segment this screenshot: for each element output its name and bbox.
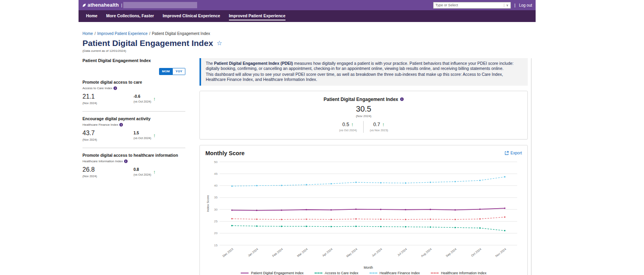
svg-text:Sep 2024: Sep 2024 — [445, 247, 457, 258]
scrollbar[interactable] — [531, 58, 532, 275]
data-point — [281, 218, 282, 220]
nav-item-label: Home — [86, 12, 97, 20]
legend-access-to-care-index[interactable]: Access to Care Index — [315, 271, 359, 275]
data-point — [405, 182, 406, 184]
chevron-down-icon: ∨ — [506, 4, 509, 7]
period-toggle: MOM YOY — [82, 68, 185, 75]
select-separator: | — [504, 3, 505, 7]
delta-top: 0.7 ↑ — [373, 122, 385, 127]
favorite-star-icon[interactable]: ☆ — [217, 40, 222, 46]
nav-item-home[interactable]: Home — [82, 10, 102, 22]
data-point — [405, 226, 406, 227]
main-panel: The Patient Digital Engagement Index (PD… — [199, 58, 528, 275]
metric-goal: Promote digital access to healthcare inf… — [82, 153, 185, 158]
data-point — [231, 185, 233, 187]
delta-vs-prev-month: 0.5 ↑ (vs Oct 2024) — [339, 122, 357, 132]
metrics-sidebar: Patient Digital Engagement Index MOM YOY… — [82, 58, 185, 275]
metric-delta-block: -0.6(vs Oct 2024)↑ — [134, 93, 156, 105]
metric-delta: 0.8 — [134, 167, 151, 172]
page-container: athenahealth | Type or Select | ∨ | Log … — [79, 0, 536, 275]
trend-up-arrow-icon: ↑ — [351, 122, 354, 127]
trend-up-arrow-icon: ↑ — [153, 133, 156, 138]
info-banner-paragraph-2: This dashboard will allow you to see you… — [206, 72, 523, 82]
scope-select-placeholder: Type or Select — [435, 3, 504, 7]
svg-text:Aug 2024: Aug 2024 — [420, 247, 432, 258]
metric-index-name: Healthcare Finance Indexi — [82, 123, 185, 126]
breadcrumb-current: Patient Digital Engagement Index — [152, 31, 210, 36]
brand-name: athenahealth — [88, 2, 119, 8]
data-point — [231, 225, 233, 226]
svg-text:20: 20 — [214, 231, 218, 235]
metric-delta-period: (vs Oct 2024) — [134, 173, 151, 176]
scope-select[interactable]: Type or Select | ∨ — [433, 2, 511, 9]
data-point — [380, 182, 382, 183]
data-point — [231, 218, 233, 219]
monthly-score-chart: 1520253035404550Index ScoreDec 2023Jan 2… — [205, 158, 522, 270]
svg-text:May 2024: May 2024 — [346, 247, 358, 258]
legend-patient-digital-engagement-index[interactable]: Patient Digital Engagement Index — [241, 271, 304, 275]
export-link[interactable]: Export — [505, 151, 522, 155]
metric-main: 43.7(Nov 2024) — [82, 130, 134, 141]
trend-up-arrow-icon: ↑ — [153, 169, 156, 174]
nav-item-improved-patient-experience[interactable]: Improved Patient Experience — [225, 10, 290, 22]
nav-item-more-collections-faster[interactable]: More Collections, Faster — [102, 10, 158, 22]
svg-text:Feb 2024: Feb 2024 — [272, 247, 284, 258]
svg-text:Apr 2024: Apr 2024 — [322, 247, 333, 257]
info-icon[interactable]: i — [113, 86, 117, 90]
info-icon[interactable]: i — [119, 123, 123, 126]
data-point — [380, 226, 382, 227]
data-point — [330, 226, 332, 227]
data-point — [256, 185, 258, 186]
data-point — [479, 218, 481, 220]
nav-item-improved-clinical-experience[interactable]: Improved Clinical Experience — [158, 10, 224, 22]
metric-value: 21.1 — [82, 93, 134, 100]
data-current-note: (Data current as of 12/01/2024) — [82, 49, 532, 53]
banner-bold-text: Patient Digital Engagement Index (PDEI) — [214, 61, 293, 66]
svg-text:Jun 2024: Jun 2024 — [371, 247, 383, 257]
data-point — [380, 218, 382, 220]
breadcrumb-link-home[interactable]: Home — [82, 31, 93, 36]
metric-delta-block: 0.8(vs Oct 2024)↑ — [134, 166, 156, 178]
svg-text:45: 45 — [214, 172, 218, 175]
metric-main: 21.1(Nov 2024) — [82, 93, 134, 105]
svg-text:Nov 2024: Nov 2024 — [495, 247, 507, 258]
metric-delta: 1.5 — [134, 131, 151, 135]
metric-index-label: Healthcare Finance Index — [82, 123, 118, 126]
data-point — [454, 209, 456, 211]
data-point — [504, 216, 506, 218]
svg-text:40: 40 — [214, 184, 218, 187]
legend-healthcare-information-index[interactable]: Healthcare Information Index — [431, 271, 487, 275]
metric-index-name: Healthcare Information Indexi — [82, 160, 185, 163]
legend-label: Healthcare Information Index — [441, 271, 487, 275]
data-point — [330, 209, 332, 211]
breadcrumb-link-improved-patient-experience[interactable]: Improved Patient Experience — [97, 31, 147, 36]
brand: athenahealth | — [82, 2, 123, 8]
breadcrumb-separator: / — [149, 31, 150, 36]
svg-text:Dec 2023: Dec 2023 — [222, 247, 234, 258]
metric-main: 26.8(Nov 2024) — [82, 166, 134, 178]
content: Home/Improved Patient Experience/Patient… — [79, 31, 536, 275]
svg-text:Oct 2024: Oct 2024 — [470, 247, 482, 257]
nav-item-label: Improved Patient Experience — [229, 12, 285, 20]
data-point — [306, 218, 307, 220]
data-point — [479, 208, 481, 210]
layout: Patient Digital Engagement Index MOM YOY… — [82, 58, 532, 275]
topbar-divider: | — [514, 3, 516, 7]
data-point — [355, 208, 357, 210]
legend-healthcare-finance-index[interactable]: Healthcare Finance Index — [370, 271, 420, 275]
info-banner: The Patient Digital Engagement Index (PD… — [199, 58, 528, 86]
yoy-toggle-button[interactable]: YOY — [173, 68, 185, 75]
legend-label: Access to Care Index — [325, 271, 359, 275]
series-line-healthcare-finance-index — [232, 177, 505, 186]
delta-period: (vs Nov 2023) — [370, 128, 388, 132]
score-card-title: Patient Digital Engagement Index — [324, 97, 398, 102]
monthly-score-card: Monthly Score Export 1520253035404550Ind… — [199, 145, 528, 275]
global-search-input[interactable] — [123, 2, 197, 8]
info-icon[interactable]: i — [124, 160, 128, 163]
mom-toggle-button[interactable]: MOM — [159, 68, 173, 75]
series-line-healthcare-information-index — [232, 217, 505, 219]
info-icon[interactable]: i — [400, 97, 404, 101]
logout-link[interactable]: Log out — [519, 3, 532, 7]
legend-swatch — [315, 273, 322, 273]
metric-value: 43.7 — [82, 130, 134, 137]
